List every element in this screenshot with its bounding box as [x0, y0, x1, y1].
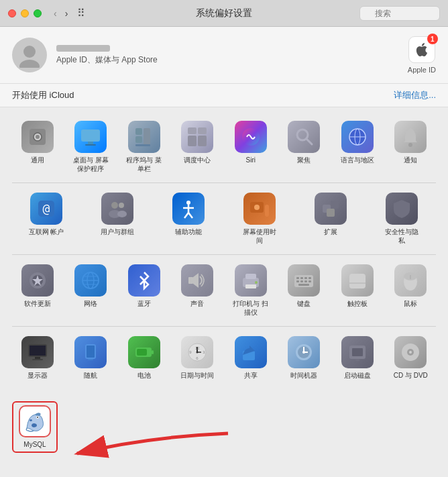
svg-line-18: [306, 139, 312, 144]
pref-item-startup[interactable]: 启动磁盘: [332, 333, 383, 382]
svg-rect-62: [309, 280, 311, 282]
svg-point-28: [119, 203, 124, 208]
traffic-lights: [8, 9, 42, 17]
pref-item-displays[interactable]: 显示器: [12, 333, 63, 382]
sharing-icon: [235, 336, 267, 368]
pref-item-mission[interactable]: 调度中心: [172, 118, 223, 176]
pref-item-sharing[interactable]: 共享: [225, 333, 276, 382]
network-icon: [74, 264, 107, 297]
pref-item-accessibility[interactable]: 辅助功能: [154, 190, 223, 248]
sound-icon: [181, 264, 213, 297]
grid-icon[interactable]: ⠿: [77, 7, 85, 19]
users-icon: [101, 193, 133, 225]
svg-point-30: [186, 201, 190, 205]
timemachine-label: 时间机器: [290, 371, 317, 380]
svg-rect-52: [245, 284, 256, 288]
svg-point-53: [255, 281, 258, 284]
extensions-icon: [315, 193, 347, 225]
pref-item-security[interactable]: 安全性与隐私: [368, 190, 436, 248]
pref-grid-row4: 显示器随航电池12369日期与时间共享时间机器启动磁盘CD 与 DVD: [12, 333, 436, 382]
pref-item-printers[interactable]: 打印机与 扫描仪: [225, 262, 276, 319]
trackpad-icon: [341, 264, 374, 297]
icloud-text: 开始使用 iCloud: [12, 89, 74, 101]
icloud-details-link[interactable]: 详细信息...: [394, 89, 436, 101]
pref-item-datetime[interactable]: 12369日期与时间: [172, 333, 223, 382]
mysql-item[interactable]: MySQL: [12, 401, 58, 453]
preferences-grid-section: 通用桌面与 屏幕保护程序程序坞与 菜单栏调度中心Siri聚焦语言与地区通知 @互…: [0, 107, 448, 394]
svg-rect-8: [135, 128, 142, 135]
pref-item-cddvd[interactable]: CD 与 DVD: [386, 333, 437, 382]
svg-point-29: [117, 211, 127, 217]
pref-item-siri[interactable]: Siri: [225, 118, 276, 176]
pref-item-keyboard[interactable]: 键盘: [279, 262, 330, 319]
appleid-name-bar: [56, 45, 110, 52]
back-arrow[interactable]: ‹: [51, 7, 60, 20]
appleid-badge-area[interactable]: 1 Apple ID: [408, 36, 436, 74]
pref-item-extensions[interactable]: 扩展: [296, 190, 365, 248]
pref-item-sound[interactable]: 声音: [172, 262, 223, 319]
printers-label: 打印机与 扫描仪: [231, 299, 270, 317]
pref-item-language[interactable]: 语言与地区: [332, 118, 383, 176]
pref-item-battery[interactable]: 电池: [119, 333, 170, 382]
svg-rect-55: [296, 277, 299, 279]
extensions-label: 扩展: [324, 227, 337, 236]
mouse-label: 鼠标: [404, 299, 417, 308]
minimize-button[interactable]: [21, 9, 29, 17]
appleid-icon[interactable]: 1: [408, 36, 435, 63]
pref-item-bluetooth[interactable]: 蓝牙: [119, 262, 170, 319]
maximize-button[interactable]: [34, 9, 42, 17]
language-icon: [341, 121, 374, 153]
svg-rect-15: [198, 136, 207, 146]
mission-label: 调度中心: [184, 156, 211, 164]
mouse-icon: [394, 264, 427, 297]
displays-icon: [21, 336, 54, 368]
pref-item-spotlight[interactable]: 聚焦: [279, 118, 330, 176]
svg-rect-7: [85, 144, 96, 146]
pref-item-software[interactable]: 软件更新: [12, 262, 63, 319]
printers-icon: [235, 264, 267, 297]
siri-icon: [235, 121, 267, 153]
dock-label: 程序坞与 菜单栏: [125, 156, 164, 173]
keyboard-label: 键盘: [297, 299, 311, 308]
appleid-section[interactable]: Apple ID、媒体与 App Store 1 Apple ID: [0, 27, 448, 84]
pref-item-timemachine[interactable]: 时间机器: [279, 333, 330, 382]
network-label: 网络: [84, 299, 97, 308]
svg-rect-61: [304, 280, 307, 282]
svg-rect-13: [198, 127, 207, 134]
mission-icon: [181, 121, 213, 153]
pref-item-sidecar[interactable]: 随航: [66, 333, 117, 382]
svg-text:@: @: [43, 201, 50, 215]
mysql-icon: [19, 405, 51, 437]
svg-rect-49: [188, 277, 193, 284]
close-button[interactable]: [8, 9, 16, 17]
svg-rect-10: [144, 128, 150, 146]
pref-grid-row1: 通用桌面与 屏幕保护程序程序坞与 菜单栏调度中心Siri聚焦语言与地区通知: [12, 118, 436, 176]
accessibility-icon: [172, 193, 205, 225]
title-bar: ‹ › ⠿ 系统偏好设置 🔍: [0, 0, 448, 27]
svg-rect-9: [135, 136, 142, 143]
svg-rect-39: [331, 201, 339, 209]
pref-item-general[interactable]: 通用: [12, 118, 63, 176]
appleid-label: Apple ID: [408, 66, 436, 74]
svg-rect-12: [188, 127, 197, 134]
svg-rect-70: [30, 346, 46, 356]
sound-label: 声音: [190, 299, 204, 308]
pref-item-notifications[interactable]: 通知: [386, 118, 437, 176]
pref-item-network[interactable]: 网络: [66, 262, 117, 319]
avatar: [12, 38, 47, 72]
svg-point-96: [409, 351, 412, 354]
pref-item-desktop[interactable]: 桌面与 屏幕保护程序: [66, 118, 117, 176]
svg-rect-77: [152, 350, 154, 354]
forward-arrow[interactable]: ›: [62, 7, 71, 20]
svg-point-0: [23, 46, 36, 58]
search-input[interactable]: [359, 6, 440, 21]
pref-item-users[interactable]: 用户与群组: [83, 190, 152, 248]
pref-item-screentime[interactable]: 屏幕使用时间: [225, 190, 294, 248]
pref-item-trackpad[interactable]: 触控板: [332, 262, 383, 319]
software-icon: [21, 264, 54, 297]
pref-item-internet[interactable]: @互联网 帐户: [12, 190, 80, 248]
svg-rect-51: [245, 274, 256, 279]
pref-item-mouse[interactable]: 鼠标: [386, 262, 437, 319]
trackpad-label: 触控板: [347, 299, 368, 308]
pref-item-dock[interactable]: 程序坞与 菜单栏: [119, 118, 170, 176]
